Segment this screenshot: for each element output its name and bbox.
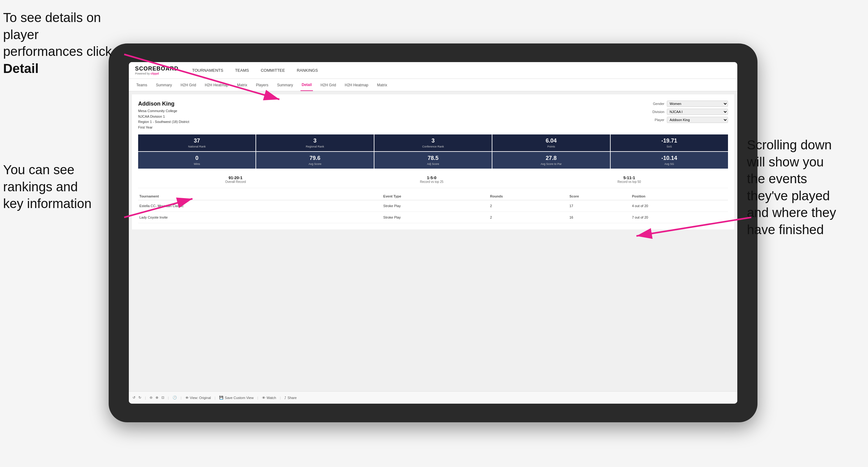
tablet-screen: SCOREBOARD Powered by clippd TOURNAMENTS… (129, 62, 737, 404)
gender-select[interactable]: Women Men (667, 101, 728, 107)
undo-button[interactable]: ↺ (132, 396, 135, 400)
view-original-button[interactable]: 👁 View: Original (185, 396, 211, 400)
stat-wins: 0 Wins (138, 152, 255, 168)
avg-sg-label: Avg SG (613, 162, 726, 165)
avg-score-par-value: 27.8 (494, 155, 608, 161)
separator-1: | (145, 396, 146, 400)
tab-summary[interactable]: Summary (155, 79, 173, 91)
player-control: Player Addison King (647, 117, 728, 123)
watch-label: Watch (267, 396, 276, 400)
gender-control: Gender Women Men (647, 101, 728, 107)
annotation-bottom-left: You can seerankings andkey information (3, 161, 108, 212)
nav-tournaments[interactable]: TOURNAMENTS (191, 68, 224, 73)
stats-grid-2: 0 Wins 79.6 Avg Score 78.5 Adj Score 27.… (138, 152, 728, 168)
score-1: 17 (568, 200, 630, 212)
tab-detail[interactable]: Detail (301, 79, 313, 91)
stat-adj-score: 78.5 Adj Score (374, 152, 492, 168)
save-custom-button[interactable]: 💾 Save Custom View (219, 396, 254, 400)
tab-h2h-heatmap[interactable]: H2H Heatmap (204, 79, 230, 91)
position-2: 7 out of 20 (631, 212, 728, 223)
separator-5: | (257, 396, 258, 400)
annotation-right-text: Scrolling downwill show youthe eventsthe… (747, 137, 836, 237)
event-type-1: Stroke Play (382, 200, 489, 212)
tab-matrix2[interactable]: Matrix (376, 79, 389, 91)
wins-value: 0 (140, 155, 254, 161)
white-panel: Addison King Mesa Community College NJCA… (132, 94, 734, 229)
record-top25: 1-5-0 Record vs top 25 (420, 176, 444, 184)
table-row: Estella CC- Mountain Classic Stroke Play… (138, 200, 728, 212)
stat-avg-score: 79.6 Avg Score (256, 152, 373, 168)
record-row: 91-20-1 Overall Record 1-5-0 Record vs t… (138, 173, 728, 188)
stat-avg-score-par: 27.8 Avg Score to Par (492, 152, 610, 168)
share-label: Share (287, 396, 297, 400)
player-year: First Year (138, 125, 189, 130)
regional-rank-value: 3 (258, 137, 372, 144)
tab-matrix[interactable]: Matrix (236, 79, 249, 91)
logo-text: SCOREBOARD (135, 65, 179, 72)
powered-by: Powered by clippd (135, 72, 179, 75)
avg-score-par-label: Avg Score to Par (494, 162, 608, 165)
view-original-label: View: Original (190, 396, 211, 400)
top50-record-value: 5-11-1 (617, 176, 641, 180)
col-score: Score (568, 192, 630, 200)
sub-nav: Teams Summary H2H Grid H2H Heatmap Matri… (129, 79, 737, 91)
national-rank-label: National Rank (140, 145, 254, 148)
record-top50: 5-11-1 Record vs top 50 (617, 176, 641, 184)
top25-record-value: 1-5-0 (420, 176, 444, 180)
zoom-in-button[interactable]: ⊕ (156, 396, 158, 400)
points-label: Points (494, 145, 608, 148)
national-rank-value: 37 (140, 137, 254, 144)
division-label: Division (647, 110, 664, 114)
top50-record-label: Record vs top 50 (617, 180, 641, 184)
annotation-top-left-text: To see details on player performances cl… (3, 10, 112, 76)
separator-4: | (215, 396, 215, 400)
tab-h2h-grid2[interactable]: H2H Grid (319, 79, 337, 91)
player-controls: Gender Women Men Division NJCAA I NJCAA … (647, 101, 728, 130)
nav-teams[interactable]: TEAMS (234, 68, 250, 73)
stat-points: 6.04 Points (492, 134, 610, 151)
avg-score-label: Avg Score (258, 162, 372, 165)
annotation-right: Scrolling downwill show youthe eventsthe… (747, 136, 865, 239)
stats-grid-1: 37 National Rank 3 Regional Rank 3 Confe… (138, 134, 728, 151)
nav-committee[interactable]: COMMITTEE (259, 68, 286, 73)
rounds-2: 2 (489, 212, 568, 223)
view-icon: 👁 (185, 396, 189, 400)
player-label: Player (647, 118, 664, 122)
tournament-table: Tournament Event Type Rounds Score Posit… (138, 192, 728, 223)
share-button[interactable]: ⤴ Share (284, 396, 297, 400)
overall-record-value: 91-20-1 (225, 176, 246, 180)
tab-h2h-grid[interactable]: H2H Grid (180, 79, 197, 91)
player-division: NJCAA Division 1 (138, 114, 189, 120)
player-select[interactable]: Addison King (667, 117, 728, 123)
fit-button[interactable]: ⊡ (161, 396, 164, 400)
sos-value: -19.71 (613, 137, 726, 144)
save-icon: 💾 (219, 396, 223, 400)
annotation-detail-bold: Detail (3, 61, 38, 76)
conference-rank-value: 3 (376, 137, 490, 144)
save-custom-label: Save Custom View (225, 396, 254, 400)
zoom-out-button[interactable]: ⊖ (150, 396, 152, 400)
sos-label: SoS (613, 145, 726, 148)
gender-label: Gender (647, 102, 664, 105)
annotation-bottom-left-text: You can seerankings andkey information (3, 162, 92, 211)
separator-2: | (168, 396, 169, 400)
division-select[interactable]: NJCAA I NJCAA II (667, 109, 728, 115)
stat-avg-sg: -10.14 Avg SG (611, 152, 728, 168)
stat-sos: -19.71 SoS (611, 134, 728, 151)
tab-h2h-heatmap2[interactable]: H2H Heatmap (343, 79, 369, 91)
clock-icon: 🕐 (173, 396, 177, 400)
tab-players[interactable]: Players (254, 79, 270, 91)
watch-button[interactable]: 👁 Watch (262, 396, 276, 400)
stat-regional-rank: 3 Regional Rank (256, 134, 373, 151)
wins-label: Wins (140, 162, 254, 165)
nav-rankings[interactable]: RANKINGS (296, 68, 319, 73)
record-overall: 91-20-1 Overall Record (225, 176, 246, 184)
player-region: Region 1 - Southwest (18) District (138, 119, 189, 125)
tab-summary2[interactable]: Summary (276, 79, 294, 91)
tab-teams[interactable]: Teams (135, 79, 148, 91)
player-school: Mesa Community College (138, 108, 189, 114)
score-2: 16 (568, 212, 630, 223)
avg-sg-value: -10.14 (613, 155, 726, 161)
overall-record-label: Overall Record (225, 180, 246, 184)
redo-button[interactable]: ↻ (138, 396, 141, 400)
